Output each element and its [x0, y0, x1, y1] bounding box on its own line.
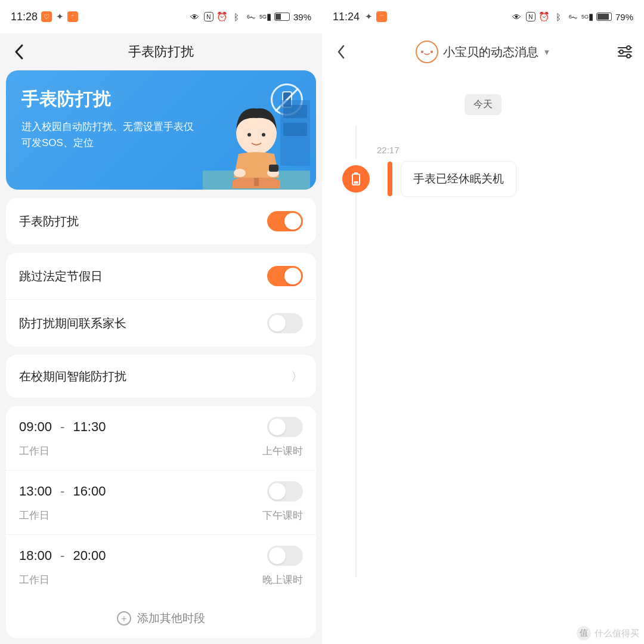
status-app-icons: ♡ ✦ ᵔ	[41, 11, 78, 22]
battery-percent: 79%	[615, 12, 633, 22]
row-dnd-toggle: 手表防打扰	[6, 198, 316, 244]
plus-circle-icon: +	[117, 611, 131, 626]
event-accent	[388, 162, 392, 196]
svg-rect-1	[283, 105, 307, 118]
event-badge	[342, 165, 370, 193]
wifi-icon: 6⏦	[568, 11, 578, 22]
battery-icon	[596, 13, 612, 21]
eye-icon: 👁	[190, 11, 200, 22]
slot-label: 晚上课时	[262, 573, 303, 587]
contact-switch[interactable]	[267, 313, 303, 333]
status-time: 11:24	[333, 11, 360, 23]
svg-point-8	[234, 169, 246, 177]
slot-days: 工作日	[19, 573, 49, 587]
slot-switch[interactable]	[267, 481, 303, 501]
slot-switch[interactable]	[267, 417, 303, 437]
dnd-switch[interactable]	[267, 211, 303, 231]
slot-days: 工作日	[19, 509, 49, 522]
toggle-label: 跳过法定节假日	[19, 268, 103, 284]
svg-point-7	[262, 133, 265, 137]
svg-rect-20	[354, 172, 358, 174]
eye-icon: 👁	[512, 11, 522, 22]
time-slot[interactable]: 13:00-16:00 工作日 下午课时	[6, 470, 316, 534]
app-header: 小宝贝的动态消息 ▼	[322, 33, 644, 70]
svg-rect-10	[269, 165, 278, 172]
svg-point-6	[247, 133, 251, 137]
row-contact-toggle: 防打扰期间联系家长	[6, 299, 316, 346]
nfc-icon: N	[526, 12, 535, 21]
card-main-toggle: 手表防打扰	[6, 198, 316, 244]
bluetooth-icon: ᛒ	[231, 11, 242, 22]
profile-selector[interactable]: 小宝贝的动态消息 ▼	[352, 41, 614, 63]
filter-button[interactable]	[614, 41, 636, 63]
time-range: 09:00-11:30	[19, 419, 106, 435]
back-button[interactable]	[330, 41, 352, 63]
day-label: 今天	[465, 94, 501, 115]
svg-point-14	[627, 46, 630, 49]
card-options: 跳过法定节假日 防打扰期间联系家长	[6, 253, 316, 346]
svg-point-16	[620, 50, 623, 54]
status-tray: 👁 N ⏰ ᛒ 6⏦ 5G▮ 79%	[512, 11, 633, 22]
status-app-icons: ✦ ᵔ	[363, 11, 387, 22]
toggle-label: 防打扰期间联系家长	[19, 315, 126, 332]
add-time-slot-button[interactable]: + 添加其他时段	[6, 599, 316, 638]
svg-point-11	[420, 51, 423, 53]
chevron-right-icon: 〉	[291, 369, 303, 385]
banner-illustration	[203, 94, 310, 190]
svg-point-12	[430, 51, 432, 53]
row-holiday-toggle: 跳过法定节假日	[6, 253, 316, 299]
slot-switch[interactable]	[267, 546, 303, 566]
svg-point-18	[627, 54, 630, 58]
page-title: 手表防打扰	[0, 43, 322, 61]
slot-days: 工作日	[19, 444, 49, 458]
time-slot[interactable]: 18:00-20:00 工作日 晚上课时	[6, 534, 316, 599]
signal-icon: 5G▮	[582, 11, 593, 22]
nfc-icon: N	[204, 12, 213, 21]
bluetooth-icon: ᛒ	[553, 11, 564, 22]
watermark-icon: 值	[577, 626, 591, 640]
status-tray: 👁 N ⏰ ᛒ 6⏦ 5G▮ 39%	[190, 11, 311, 22]
card-school-nav: 在校期间智能防打扰 〉	[6, 355, 316, 398]
avatar	[416, 41, 438, 63]
add-label: 添加其他时段	[137, 611, 205, 626]
watermark: 值 什么值得买	[577, 626, 639, 640]
status-bar: 11:24 ✦ ᵔ 👁 N ⏰ ᛒ 6⏦ 5G▮ 79%	[322, 0, 644, 33]
timeline-item[interactable]: 手表已经休眠关机	[342, 161, 644, 197]
profile-name: 小宝贝的动态消息	[443, 44, 538, 60]
alarm-icon: ⏰	[539, 11, 550, 22]
timeline: 22:17 手表已经休眠关机	[342, 145, 644, 197]
event-time: 22:17	[377, 145, 644, 155]
svg-rect-4	[254, 177, 259, 186]
slot-label: 上午课时	[262, 444, 303, 458]
alarm-icon: ⏰	[217, 11, 228, 22]
time-range: 18:00-20:00	[19, 548, 106, 564]
svg-rect-2	[283, 123, 307, 136]
row-school-smart-dnd[interactable]: 在校期间智能防打扰 〉	[6, 355, 316, 398]
time-slot[interactable]: 09:00-11:30 工作日 上午课时	[6, 406, 316, 470]
app-header: 手表防打扰	[0, 33, 322, 70]
battery-low-icon	[350, 172, 362, 186]
svg-rect-21	[354, 181, 358, 184]
status-bar: 11:28 ♡ ✦ ᵔ 👁 N ⏰ ᛒ 6⏦ 5G▮ 39%	[0, 0, 322, 33]
chevron-left-icon	[336, 44, 346, 60]
battery-percent: 39%	[293, 12, 311, 22]
chevron-left-icon	[14, 44, 24, 60]
slot-label: 下午课时	[262, 509, 303, 522]
dnd-banner: 手表防打扰 进入校园自动防打扰、无需设置手表仅可发SOS、定位	[6, 70, 316, 190]
status-time: 11:28	[11, 11, 38, 23]
wifi-icon: 6⏦	[246, 11, 256, 22]
banner-subtitle: 进入校园自动防打扰、无需设置手表仅可发SOS、定位	[21, 119, 194, 151]
battery-icon	[274, 13, 290, 21]
back-button[interactable]	[8, 41, 30, 63]
sliders-icon	[617, 45, 633, 58]
event-message: 手表已经休眠关机	[401, 161, 516, 197]
holiday-switch[interactable]	[267, 266, 303, 286]
toggle-label: 手表防打扰	[19, 213, 79, 230]
card-time-slots: 09:00-11:30 工作日 上午课时 13:00-16:00 工作	[6, 406, 316, 638]
signal-icon: 5G▮	[260, 11, 271, 22]
nav-label: 在校期间智能防打扰	[19, 369, 126, 385]
time-range: 13:00-16:00	[19, 484, 106, 499]
dropdown-icon: ▼	[543, 48, 551, 57]
